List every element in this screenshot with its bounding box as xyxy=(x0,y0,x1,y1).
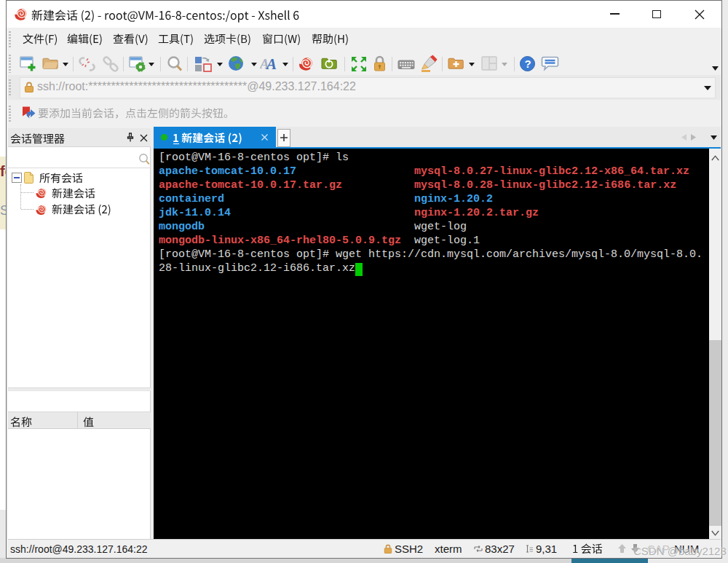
svg-text:A: A xyxy=(265,56,277,72)
svg-text:?: ? xyxy=(525,58,531,70)
